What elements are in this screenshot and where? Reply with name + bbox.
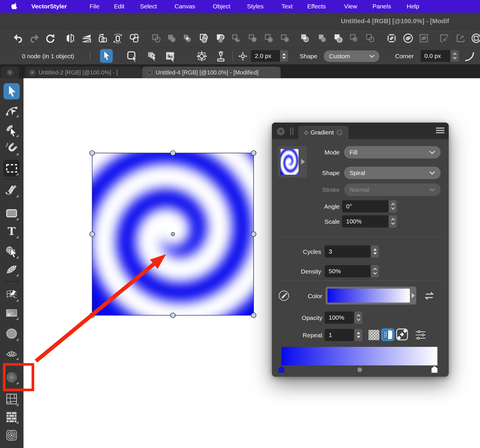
swap-gradient-icon[interactable] (424, 291, 435, 301)
cut-path-icon[interactable] (264, 33, 274, 43)
subtract-shapes-icon[interactable] (182, 33, 192, 43)
shadow-shape-icon[interactable] (349, 33, 359, 43)
mode-dropdown[interactable]: Fill (344, 146, 441, 159)
divide-shapes-icon[interactable] (231, 33, 241, 43)
rotate-object-icon[interactable] (112, 33, 123, 43)
density-field[interactable]: 50% (325, 265, 370, 277)
close-tab-icon[interactable]: × (146, 69, 153, 76)
sync-icon[interactable] (45, 33, 55, 43)
node-edit-tool[interactable] (5, 104, 18, 117)
trim-shapes-icon[interactable] (248, 33, 258, 43)
menu-file[interactable]: File (90, 0, 99, 13)
mesh-warp-tool[interactable] (5, 288, 18, 301)
flip-vertical-icon[interactable] (81, 33, 92, 43)
angle-field[interactable]: 0° (342, 200, 388, 212)
shape-select-tool[interactable] (5, 124, 18, 136)
gradient-stop-start[interactable] (278, 366, 285, 373)
color-gradient-well[interactable] (326, 287, 416, 305)
stroke-width-field[interactable]: 2.0 px (251, 50, 280, 62)
stroke-align-icon[interactable] (238, 50, 248, 62)
close-icon[interactable]: × (7, 69, 13, 76)
outline-shapes-icon[interactable] (280, 33, 290, 43)
unite-shapes-icon[interactable] (151, 33, 161, 43)
cycles-stepper[interactable] (371, 245, 379, 258)
center-handle[interactable] (171, 232, 175, 236)
shape-builder-tool[interactable] (5, 245, 18, 258)
rotate-each-icon[interactable] (129, 33, 139, 43)
export-selection-icon[interactable] (455, 33, 466, 43)
panel-close-button[interactable]: × (277, 128, 285, 135)
transparency-repeat-icon[interactable] (368, 329, 380, 340)
repeat-field[interactable]: 1 (325, 329, 354, 341)
shape-drop-icon[interactable] (333, 33, 343, 43)
close-tab-icon[interactable]: × (29, 69, 36, 76)
snap-target-icon[interactable] (196, 50, 208, 62)
undo-icon[interactable] (13, 33, 23, 43)
stroke-width-stepper[interactable] (280, 50, 288, 62)
menu-edit[interactable]: Edit (114, 0, 124, 13)
dark-shape-icon[interactable] (365, 33, 375, 43)
density-stepper[interactable] (371, 265, 379, 277)
image-select-icon[interactable] (165, 50, 176, 62)
panel-tab-close-icon[interactable]: × (336, 129, 343, 136)
shape-dropdown[interactable]: Custom (324, 50, 379, 62)
gradient-expand-icon[interactable] (412, 293, 415, 298)
angle-stepper[interactable] (389, 200, 397, 212)
menu-panels[interactable]: Panels (372, 0, 391, 13)
panel-header[interactable]: × ◇ Gradient × (272, 123, 449, 139)
tab-untitled-2[interactable]: × Untitled-2 [RGB] [@100.0%] - [ (25, 67, 141, 78)
menu-object[interactable]: Object (213, 0, 230, 13)
panel-tab-gradient[interactable]: ◇ Gradient × (298, 126, 348, 139)
tab-untitled-4[interactable]: × Untitled-4 [RGB] [@100.0%] - [Modified… (142, 67, 281, 78)
rotate-copy-icon[interactable] (98, 33, 108, 43)
gradient-options-icon[interactable] (415, 330, 426, 340)
scale-stepper[interactable] (389, 215, 397, 227)
link-frame-icon[interactable] (419, 33, 429, 43)
menu-view[interactable]: View (344, 0, 357, 13)
opacity-stepper[interactable] (354, 312, 362, 324)
menu-text[interactable]: Text (281, 0, 293, 13)
scale-field[interactable]: 100% (342, 215, 388, 227)
panel-menu-icon[interactable] (436, 128, 444, 133)
marquee-tool[interactable] (5, 162, 18, 175)
menu-help[interactable]: Help (407, 0, 419, 13)
cycles-field[interactable]: 3 (325, 245, 370, 258)
opacity-field[interactable]: 100% (325, 312, 354, 324)
brick-pattern-tool[interactable] (5, 410, 18, 423)
menu-effects[interactable]: Effects (307, 0, 326, 13)
link-style-icon[interactable] (403, 33, 413, 43)
mirror-repeat-icon[interactable] (396, 328, 408, 340)
mosaic-tool[interactable] (5, 393, 18, 405)
repeat-mode-active-button[interactable] (381, 328, 394, 341)
flip-horizontal-icon[interactable] (65, 33, 75, 43)
text-tool[interactable]: T (5, 225, 18, 238)
place-inside-icon[interactable] (439, 33, 449, 43)
concentric-shape-tool[interactable] (5, 429, 18, 442)
menu-canvas[interactable]: Canvas (174, 0, 195, 13)
intersect-shapes-icon[interactable] (199, 33, 209, 43)
exclude-shapes-icon[interactable] (215, 33, 226, 43)
gradient-midpoint[interactable] (357, 367, 362, 372)
tabbar-close-button[interactable]: × (1, 67, 19, 78)
merge-shapes-icon[interactable] (166, 33, 177, 43)
repeat-stepper[interactable] (354, 329, 362, 341)
rectangle-tool[interactable] (5, 207, 18, 220)
apple-icon[interactable] (11, 2, 19, 10)
corner-shape-icon[interactable] (464, 50, 475, 62)
menu-select[interactable]: Select (140, 0, 157, 13)
gradient-stop-end[interactable] (431, 366, 438, 373)
blob-tool[interactable] (5, 327, 18, 340)
corner-radius-stepper[interactable] (450, 50, 459, 62)
gradient-editor-bar[interactable] (281, 347, 437, 365)
rect-select-icon[interactable] (126, 50, 138, 62)
spiral-gradient-object[interactable] (89, 150, 257, 318)
menu-styles[interactable]: Styles (247, 0, 263, 13)
transparency-tool[interactable] (5, 307, 18, 319)
panel-drag-handle[interactable] (290, 128, 293, 135)
menu-app-name[interactable]: VectorStyler (31, 0, 67, 13)
corner-radius-field[interactable]: 0.0 px (421, 50, 450, 62)
artboard-tool-icon[interactable] (471, 33, 480, 43)
warp-path-tool[interactable] (5, 263, 18, 276)
snap-magnet-tool[interactable] (5, 142, 18, 155)
redo-icon[interactable] (29, 33, 40, 43)
